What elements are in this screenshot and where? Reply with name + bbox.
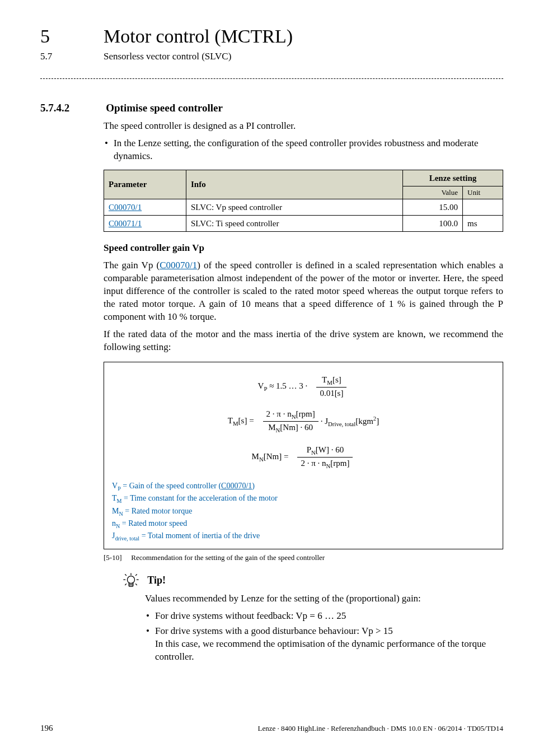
param-value: 15.00 [403, 199, 463, 215]
vp-paragraph-1: The gain Vp (C00070/1) of the speed cont… [104, 259, 503, 324]
chapter-number: 5 [40, 24, 50, 49]
param-unit: ms [463, 215, 503, 231]
th-parameter: Parameter [104, 170, 186, 199]
equation-1: VP ≈ 1.5 … 3 · TM[s] 0.01[s] [112, 375, 495, 399]
formula-legend: VP = Gain of the speed controller (C0007… [112, 480, 495, 543]
svg-point-0 [127, 576, 134, 584]
tip-bullets: For drive systems without feedback: Vp =… [145, 610, 503, 664]
table-row: C00070/1 SLVC: Vp speed controller 15.00 [104, 199, 503, 215]
svg-line-5 [135, 575, 137, 576]
subheading-vp: Speed controller gain Vp [104, 242, 503, 255]
param-value: 100.0 [403, 215, 463, 231]
code-link[interactable]: C00070/1 [160, 260, 197, 270]
section-title: Sensorless vector control (SLVC) [104, 50, 231, 63]
intro-bullets: In the Lenze setting, the configuration … [104, 137, 503, 163]
th-info: Info [186, 170, 403, 199]
table-row: C00071/1 SLVC: Ti speed controller 100.0… [104, 215, 503, 231]
th-unit: Unit [463, 186, 503, 199]
vp-paragraph-2: If the rated data of the motor and the m… [104, 328, 503, 354]
tip-title: Tip! [147, 572, 166, 588]
heading-number: 5.7.4.2 [40, 101, 104, 115]
text: The gain Vp ( [104, 260, 160, 270]
divider [40, 78, 503, 79]
figure-caption: Recommendation for the setting of the ga… [131, 553, 325, 562]
tip-lead: Values recommended by Lenze for the sett… [145, 592, 503, 605]
equation-3: MN[Nm] = PN[W] · 60 2 · π · nN[rpm] [112, 445, 495, 470]
tip-bullet: For drive systems without feedback: Vp =… [145, 610, 503, 623]
param-unit [463, 199, 503, 215]
intro-paragraph: The speed controller is designed as a PI… [104, 120, 503, 133]
figure-tag: [5-10] [104, 553, 129, 563]
svg-line-4 [125, 575, 127, 576]
tip-bullet: For drive systems with a good disturbanc… [145, 625, 503, 664]
svg-line-6 [125, 584, 127, 585]
parameter-table: Parameter Info Lenze setting Value Unit … [104, 170, 503, 232]
tip-block: Tip! Values recommended by Lenze for the… [123, 572, 503, 664]
footer-text: Lenze · 8400 HighLine · Referenzhandbuch… [258, 724, 503, 734]
equation-2: TM[s] = 2 · π · nN[rpm] MN[Nm] · 60 · JD… [112, 409, 495, 435]
figure-label: [5-10] Recommendation for the setting of… [104, 553, 503, 563]
page-number: 196 [40, 722, 53, 734]
param-link[interactable]: C00070/1 [109, 203, 142, 212]
th-value: Value [403, 186, 463, 199]
chapter-title: Motor control (MCTRL) [104, 24, 293, 49]
intro-bullet: In the Lenze setting, the configuration … [104, 137, 503, 163]
lightbulb-icon [123, 572, 142, 588]
code-link[interactable]: C00070/1 [221, 482, 252, 490]
formula-box: VP ≈ 1.5 … 3 · TM[s] 0.01[s] TM[s] = 2 ·… [104, 362, 503, 549]
section-number: 5.7 [40, 50, 52, 63]
svg-line-7 [135, 584, 137, 585]
param-link[interactable]: C00071/1 [109, 219, 142, 228]
param-info: SLVC: Vp speed controller [186, 199, 403, 215]
param-info: SLVC: Ti speed controller [186, 215, 403, 231]
th-lenze-setting: Lenze setting [403, 170, 503, 186]
heading: 5.7.4.2 Optimise speed controller [40, 101, 503, 115]
heading-title: Optimise speed controller [106, 101, 223, 115]
